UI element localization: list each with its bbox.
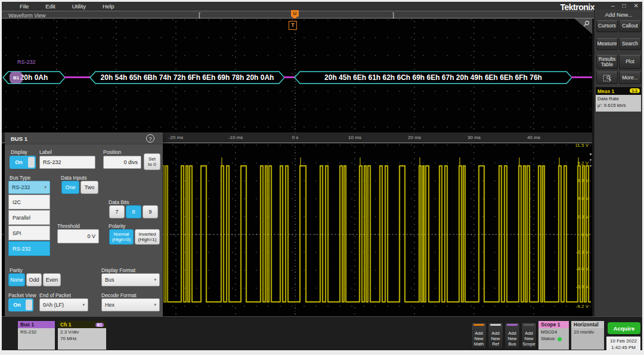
- settings-bar: Bus 1 RS-232 Ch 1 B1 2.3 V/div 70 MHz Ad…: [2, 316, 642, 350]
- results-table-button[interactable]: Results Table: [596, 55, 618, 69]
- bus1-badge-body: RS-232: [18, 328, 55, 350]
- data-inputs-two-button[interactable]: Two: [80, 181, 98, 194]
- cursors-button[interactable]: Cursors: [596, 20, 618, 32]
- meas1-source-pill: 1-1: [630, 88, 640, 93]
- display-toggle[interactable]: On: [10, 156, 36, 169]
- bus-type-option-i2c[interactable]: I2C: [8, 195, 50, 209]
- meas1-badge[interactable]: Meas 1 1-1 Data Rate µ': 9.615 kb/s: [596, 87, 641, 112]
- plot-button[interactable]: Plot: [619, 55, 641, 69]
- dialog-header[interactable]: BUS 1: [5, 132, 163, 144]
- label-label: Label: [39, 149, 52, 155]
- bus1-badge[interactable]: Bus 1 RS-232: [18, 321, 55, 350]
- window-controls: – □ ✕: [611, 2, 639, 9]
- zoom-right-bracket: ]: [392, 11, 394, 18]
- data-bits-8-button[interactable]: 8: [126, 205, 141, 218]
- add-new-title: Add New...: [595, 11, 642, 18]
- position-input[interactable]: 0 divs: [103, 156, 141, 169]
- search-button[interactable]: Search: [619, 38, 641, 50]
- tab-waveform-view[interactable]: Waveform View: [8, 13, 46, 18]
- threshold-input[interactable]: 0 V: [57, 229, 99, 243]
- packet-view-toggle[interactable]: On: [8, 298, 33, 311]
- parity-even-button[interactable]: Even: [43, 273, 61, 286]
- draw-a-box-zoom-icon: [603, 74, 612, 82]
- bus-type-option-parallel[interactable]: Parallel: [8, 210, 50, 225]
- draw-a-box-button[interactable]: [596, 72, 618, 84]
- minimize-icon[interactable]: –: [611, 2, 615, 9]
- voltage-tick-label: 2.3 V: [577, 214, 589, 220]
- chevron-down-icon: ▾: [44, 185, 47, 190]
- dialog-title: BUS 1: [11, 135, 27, 142]
- display-toggle-state: On: [10, 159, 28, 165]
- time-tick-label: -20 ms: [169, 135, 183, 140]
- scope1-badge[interactable]: Scope 1 MSO24 Status:: [538, 321, 569, 350]
- packet-view-label: Packet View: [8, 292, 36, 298]
- packet-view-state: On: [8, 302, 26, 308]
- help-icon[interactable]: ?: [146, 134, 154, 143]
- horizontal-badge[interactable]: Horizontal 10 ms/div: [571, 321, 604, 350]
- more-button[interactable]: More...: [619, 72, 641, 84]
- decode-format-label: Decode Format: [101, 292, 137, 298]
- acquire-button[interactable]: Acquire: [608, 322, 640, 334]
- end-of-packet-dropdown[interactable]: 0Ah (LF) ▾: [39, 298, 88, 311]
- bus-type-option-spi[interactable]: SPI: [8, 226, 50, 240]
- trigger-position-flag[interactable]: U: [291, 10, 299, 17]
- meas1-title: Meas 1: [597, 88, 614, 94]
- add-new-bus-button[interactable]: Add New Bus: [504, 322, 520, 349]
- bus-type-option-rs232[interactable]: RS-232: [8, 241, 50, 256]
- ch1-badge[interactable]: Ch 1 B1 2.3 V/div 70 MHz: [58, 321, 106, 350]
- set-to-zero-button[interactable]: Set to 0: [144, 153, 160, 170]
- add-new-math-button[interactable]: Add New Math: [471, 322, 487, 349]
- ch1-badge-body: 2.3 V/div 70 MHz: [58, 328, 106, 350]
- label-input[interactable]: RS-232: [39, 156, 95, 169]
- polarity-normal-button[interactable]: Normal (High=0): [109, 229, 134, 245]
- bus1-badge-title: Bus 1: [18, 321, 55, 328]
- data-inputs-one-button[interactable]: One: [61, 181, 79, 194]
- data-bits-label: Data Bits: [109, 199, 129, 205]
- meas1-value: µ': 9.615 kb/s: [597, 103, 639, 109]
- menu-file[interactable]: File: [20, 3, 29, 10]
- data-bits-7-button[interactable]: 7: [109, 205, 125, 218]
- decode-format-dropdown[interactable]: Hex ▾: [101, 298, 160, 311]
- toggle-knob: [26, 300, 32, 310]
- parity-label: Parity: [10, 267, 23, 273]
- voltage-tick-label: 9.2 V: [577, 160, 589, 166]
- meas1-type: Data Rate: [597, 96, 639, 103]
- add-new-ref-button[interactable]: Add New Ref: [488, 322, 503, 349]
- bus-type-dropdown[interactable]: RS-232 ▾: [8, 181, 50, 194]
- voltage-tick-label: -6.9 V: [576, 284, 589, 289]
- end-of-packet-value: 0Ah (LF): [43, 302, 64, 308]
- voltage-tick-label: -2.3 V: [576, 249, 589, 255]
- ch1-badge-title: Ch 1 B1: [58, 321, 106, 328]
- menu-utility[interactable]: Utility: [72, 3, 86, 10]
- horizontal-badge-title: Horizontal: [571, 321, 604, 328]
- time-tick-label: 10 ms: [348, 135, 361, 140]
- right-sidebar: Add New... Cursors Callout Measure Searc…: [594, 10, 642, 316]
- polarity-inverted-button[interactable]: Inverted (High=1): [135, 229, 160, 245]
- add-new-scope-button[interactable]: Add New Scope: [521, 322, 537, 349]
- parity-odd-button[interactable]: Odd: [26, 273, 42, 286]
- voltage-tick-label: 0 V: [581, 232, 589, 237]
- display-format-dropdown[interactable]: Bus ▾: [101, 273, 160, 286]
- parity-none-button[interactable]: None: [8, 273, 25, 286]
- bus-type-value: RS-232: [12, 184, 30, 190]
- callout-button[interactable]: Callout: [619, 20, 641, 32]
- menu-edit[interactable]: Edit: [45, 3, 55, 10]
- display-format-label: Display Format: [101, 267, 135, 273]
- data-bits-9-button[interactable]: 9: [143, 205, 158, 218]
- plot-zoom-corner[interactable]: [574, 18, 592, 34]
- panel-resize-handle[interactable]: [589, 153, 592, 166]
- time-tick-label: 40 ms: [527, 135, 540, 140]
- restore-icon[interactable]: □: [623, 2, 626, 9]
- waveform-view-tabbar: Waveform View [ ]: [2, 11, 642, 18]
- ch1-bus-pill: B1: [95, 323, 104, 327]
- time-tick-label: -10 ms: [228, 135, 243, 140]
- polarity-label: Polarity: [109, 223, 125, 229]
- end-of-packet-label: End of Packet: [39, 292, 71, 298]
- close-icon[interactable]: ✕: [634, 2, 639, 9]
- threshold-label: Threshold: [57, 223, 80, 229]
- datetime-display: 10 Feb 2022 1:42:45 PM: [606, 337, 640, 350]
- display-format-value: Bus: [105, 277, 114, 283]
- voltage-tick-label: 6.9 V: [577, 178, 589, 183]
- measure-button[interactable]: Measure: [596, 38, 618, 50]
- menu-help[interactable]: Help: [103, 3, 114, 10]
